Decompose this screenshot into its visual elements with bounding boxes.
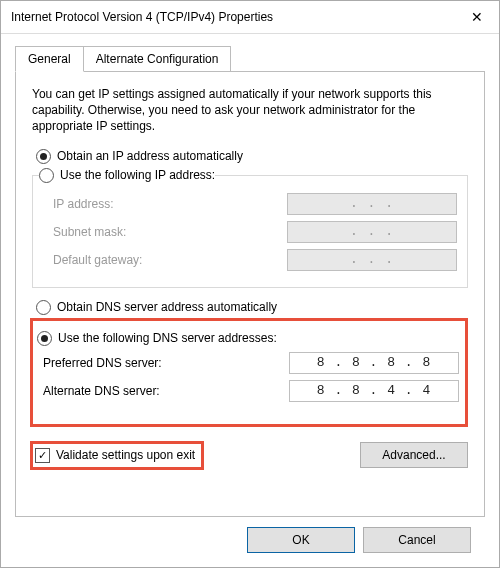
radio-icon: [36, 300, 51, 315]
label-default-gateway: Default gateway:: [53, 253, 142, 267]
radio-ip-auto[interactable]: Obtain an IP address automatically: [36, 149, 468, 164]
radio-dns-auto-label: Obtain DNS server address automatically: [57, 300, 277, 314]
radio-icon: [37, 331, 52, 346]
input-ip-address[interactable]: . . .: [287, 193, 457, 215]
field-default-gateway: Default gateway: . . .: [43, 249, 457, 271]
input-preferred-dns[interactable]: 8 . 8 . 8 . 8: [289, 352, 459, 374]
radio-ip-manual[interactable]: Use the following IP address:: [39, 168, 215, 183]
input-subnet-mask[interactable]: . . .: [287, 221, 457, 243]
close-button[interactable]: ✕: [455, 1, 499, 33]
radio-icon: [36, 149, 51, 164]
input-alternate-dns[interactable]: 8 . 8 . 4 . 4: [289, 380, 459, 402]
field-alternate-dns: Alternate DNS server: 8 . 8 . 4 . 4: [33, 380, 459, 402]
tab-alternate-configuration[interactable]: Alternate Configuration: [83, 46, 232, 72]
checkbox-validate-label: Validate settings upon exit: [56, 448, 195, 462]
cancel-button[interactable]: Cancel: [363, 527, 471, 553]
tab-strip: General Alternate Configuration: [15, 46, 485, 72]
input-default-gateway[interactable]: . . .: [287, 249, 457, 271]
checkbox-validate-on-exit[interactable]: ✓ Validate settings upon exit: [35, 448, 195, 463]
advanced-button[interactable]: Advanced...: [360, 442, 468, 468]
tab-panel-general: You can get IP settings assigned automat…: [15, 71, 485, 517]
dns-manual-group: Use the following DNS server addresses: …: [33, 324, 459, 418]
highlight-dns-manual: Use the following DNS server addresses: …: [30, 318, 468, 427]
close-icon: ✕: [471, 10, 483, 24]
label-preferred-dns: Preferred DNS server:: [43, 356, 162, 370]
bottom-row: ✓ Validate settings upon exit Advanced..…: [32, 441, 468, 470]
radio-dns-auto[interactable]: Obtain DNS server address automatically: [36, 300, 468, 315]
radio-dns-manual-label: Use the following DNS server addresses:: [58, 331, 277, 345]
tab-general[interactable]: General: [15, 46, 84, 72]
radio-dns-manual[interactable]: Use the following DNS server addresses:: [37, 331, 459, 346]
label-alternate-dns: Alternate DNS server:: [43, 384, 160, 398]
window-title: Internet Protocol Version 4 (TCP/IPv4) P…: [11, 10, 273, 24]
radio-ip-auto-label: Obtain an IP address automatically: [57, 149, 243, 163]
label-ip-address: IP address:: [53, 197, 113, 211]
highlight-validate: ✓ Validate settings upon exit: [30, 441, 204, 470]
dialog-footer: OK Cancel: [15, 517, 485, 553]
dialog-body: General Alternate Configuration You can …: [1, 34, 499, 567]
field-preferred-dns: Preferred DNS server: 8 . 8 . 8 . 8: [33, 352, 459, 374]
radio-ip-manual-label: Use the following IP address:: [60, 168, 215, 182]
ipv4-properties-window: Internet Protocol Version 4 (TCP/IPv4) P…: [0, 0, 500, 568]
radio-icon: [39, 168, 54, 183]
ip-manual-group: Use the following IP address: IP address…: [32, 168, 468, 288]
field-ip-address: IP address: . . .: [43, 193, 457, 215]
titlebar: Internet Protocol Version 4 (TCP/IPv4) P…: [1, 1, 499, 34]
field-subnet-mask: Subnet mask: . . .: [43, 221, 457, 243]
ok-button[interactable]: OK: [247, 527, 355, 553]
label-subnet-mask: Subnet mask:: [53, 225, 126, 239]
checkbox-icon: ✓: [35, 448, 50, 463]
intro-text: You can get IP settings assigned automat…: [32, 86, 468, 135]
